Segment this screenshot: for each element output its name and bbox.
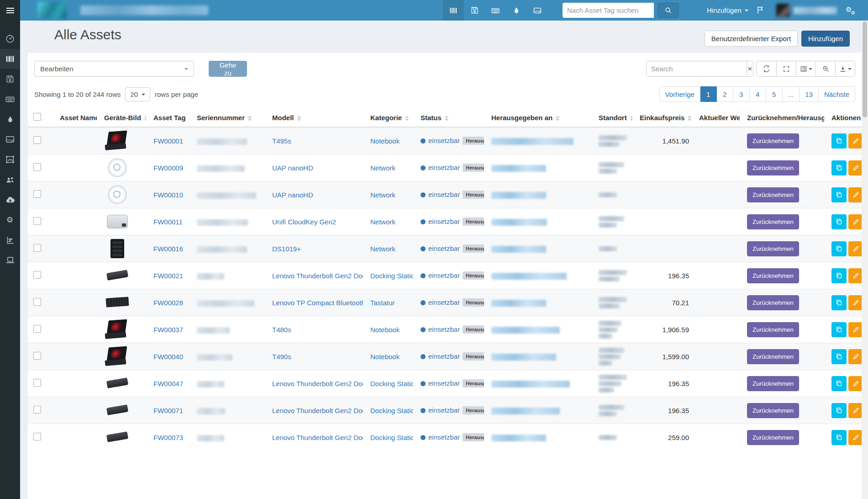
export-button[interactable] (835, 61, 855, 76)
category-link[interactable]: Notebook (370, 137, 400, 145)
issued-to-redacted[interactable] (491, 354, 556, 361)
checkin-button[interactable]: Zurücknehmen (747, 349, 799, 364)
checkin-button[interactable]: Zurücknehmen (747, 376, 799, 391)
checkin-button[interactable]: Zurücknehmen (747, 133, 799, 149)
issued-to-redacted[interactable] (491, 273, 567, 280)
category-link[interactable]: Docking Station (370, 407, 413, 414)
checkin-button[interactable]: Zurücknehmen (747, 322, 799, 337)
sidebar-item-licenses[interactable] (0, 69, 20, 89)
issued-to-redacted[interactable] (491, 192, 546, 199)
model-link[interactable]: T480s (272, 326, 291, 334)
model-link[interactable]: Unifi CloudKey Gen2 (272, 218, 336, 226)
issued-to-redacted[interactable] (491, 165, 546, 172)
assets-barcode-icon[interactable] (443, 0, 464, 21)
pagination-button[interactable]: 1 (700, 86, 717, 102)
custom-export-button[interactable]: Benutzerdefinierter Export (705, 31, 798, 47)
row-checkbox[interactable] (33, 271, 41, 279)
column-header[interactable]: Seriennummer (189, 108, 265, 127)
column-header[interactable]: Modell (265, 108, 363, 127)
model-link[interactable]: Lenovo TP Compact Bluetooth Kbd (272, 299, 363, 307)
pagination-button[interactable]: 3 (733, 86, 750, 102)
page-size-select[interactable]: 20 (125, 87, 150, 101)
pagination-button[interactable]: 4 (750, 86, 766, 102)
category-link[interactable]: Docking Station (370, 272, 413, 280)
add-asset-button[interactable]: Hinzufügen (801, 31, 850, 47)
model-link[interactable]: T495s (272, 137, 291, 145)
checkin-button[interactable]: Zurücknehmen (747, 295, 799, 310)
licenses-floppy-icon[interactable] (464, 0, 485, 21)
refresh-button[interactable] (757, 61, 776, 76)
sidebar-item-components[interactable] (0, 129, 20, 149)
clone-button[interactable] (831, 241, 847, 256)
table-search-input[interactable] (647, 61, 747, 76)
sidebar-item-assets[interactable] (0, 49, 20, 69)
search-submit-button[interactable] (658, 3, 679, 18)
row-checkbox[interactable] (33, 433, 41, 441)
app-logo[interactable] (37, 2, 67, 19)
row-checkbox[interactable] (33, 136, 41, 144)
clone-button[interactable] (831, 187, 847, 202)
clone-button[interactable] (831, 214, 847, 229)
asset-tag-link[interactable]: FW00037 (153, 326, 183, 334)
sidebar-item-import[interactable] (0, 190, 20, 210)
sidebar-item-kits[interactable] (0, 149, 20, 170)
clone-button[interactable] (831, 322, 847, 337)
pagination-button[interactable]: 5 (766, 86, 783, 102)
asset-tag-link[interactable]: FW00010 (153, 191, 183, 199)
category-link[interactable]: Network (370, 164, 395, 172)
row-checkbox[interactable] (33, 190, 41, 198)
asset-tag-link[interactable]: FW00016 (153, 245, 183, 253)
checkin-button[interactable]: Zurücknehmen (747, 214, 799, 229)
clone-button[interactable] (831, 376, 847, 391)
scrollbar-thumb[interactable] (863, 21, 867, 117)
model-link[interactable]: UAP nanoHD (272, 164, 313, 172)
asset-tag-link[interactable]: FW00011 (153, 218, 183, 226)
clone-button[interactable] (831, 160, 847, 175)
sidebar-item-accessories[interactable] (0, 89, 20, 109)
components-icon[interactable] (527, 0, 548, 21)
asset-tag-link[interactable]: FW00028 (153, 299, 183, 307)
category-link[interactable]: Network (370, 245, 395, 253)
row-checkbox[interactable] (33, 163, 41, 171)
model-link[interactable]: T490s (272, 353, 291, 361)
model-link[interactable]: Lenovo Thunderbolt Gen2 Dock (272, 380, 363, 388)
zoom-button[interactable] (815, 61, 835, 76)
sidebar-item-consumables[interactable] (0, 109, 20, 129)
sidebar-toggle-button[interactable] (0, 0, 20, 21)
clone-button[interactable] (831, 403, 847, 418)
category-link[interactable]: Tastatur (370, 299, 395, 307)
column-header[interactable]: Einkaufspreis (632, 108, 692, 127)
select-all-checkbox[interactable] (33, 113, 41, 121)
model-link[interactable]: DS1019+ (272, 245, 301, 253)
category-link[interactable]: Network (370, 191, 395, 199)
accessories-keyboard-icon[interactable] (485, 0, 506, 21)
clone-button[interactable] (831, 349, 847, 364)
sidebar-item-requestable[interactable] (0, 250, 20, 270)
admin-gears-icon[interactable]: ⚙⚙ (846, 5, 857, 17)
category-link[interactable]: Notebook (370, 353, 400, 361)
column-header[interactable]: Kategorie (363, 108, 413, 127)
user-menu[interactable] (776, 4, 837, 17)
sidebar-item-people[interactable] (0, 170, 20, 190)
bulk-actions-select[interactable]: Bearbeiten (34, 61, 194, 77)
fullscreen-button[interactable] (776, 61, 796, 76)
clone-button[interactable] (831, 295, 847, 310)
row-checkbox[interactable] (33, 352, 41, 360)
issued-to-redacted[interactable] (491, 219, 547, 226)
column-header[interactable]: Asset Tag (146, 108, 189, 127)
asset-tag-search-input[interactable] (563, 3, 654, 18)
column-header[interactable]: Herausgegeben an (484, 108, 591, 127)
column-header[interactable]: Standort (591, 108, 632, 127)
row-checkbox[interactable] (33, 244, 41, 252)
row-checkbox[interactable] (33, 325, 41, 333)
issued-to-redacted[interactable] (491, 300, 546, 307)
columns-button[interactable] (796, 61, 815, 76)
consumables-droplet-icon[interactable] (506, 0, 527, 21)
model-link[interactable]: Lenovo Thunderbolt Gen2 Dock (272, 407, 363, 414)
pagination-button[interactable]: Nächste (819, 86, 855, 102)
flag-icon[interactable] (756, 5, 765, 16)
model-link[interactable]: Lenovo Thunderbolt Gen2 Dock (272, 272, 363, 280)
row-checkbox[interactable] (33, 217, 41, 225)
checkin-button[interactable]: Zurücknehmen (747, 187, 799, 202)
pagination-button[interactable]: Vorherige (659, 86, 700, 102)
